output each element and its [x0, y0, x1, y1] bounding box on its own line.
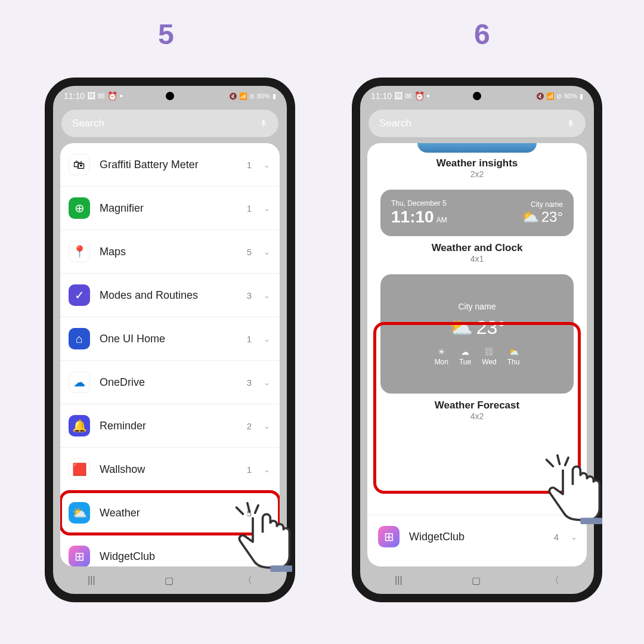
mic-icon[interactable] — [259, 119, 268, 128]
list-item-wallshow[interactable]: 🟥 Wallshow 1 ⌄ — [60, 448, 280, 491]
status-battery: 80% — [257, 92, 270, 100]
app-icon: ⌂ — [69, 328, 90, 349]
search-placeholder: Search — [379, 117, 411, 129]
svg-rect-7 — [580, 518, 602, 524]
list-item-modes[interactable]: ✓ Modes and Routines 3 ⌄ — [60, 274, 280, 317]
tap-cursor-icon — [537, 453, 602, 524]
widget-size-clock: 4x1 — [380, 254, 574, 264]
nav-home[interactable]: ▢ — [165, 575, 174, 586]
chevron-down-icon: ⌄ — [264, 160, 270, 169]
list-item-maps[interactable]: 📍 Maps 5 ⌄ — [60, 230, 280, 274]
nav-back[interactable]: 〈 — [243, 574, 252, 587]
app-icon: 🟥 — [69, 459, 90, 480]
list-item-graffiti[interactable]: 🛍 Graffiti Battery Meter 1 ⌄ — [60, 143, 280, 187]
app-icon-weather: ⛅ — [69, 502, 90, 524]
search-placeholder: Search — [72, 117, 104, 129]
mic-icon[interactable] — [566, 119, 575, 128]
status-time: 11:10 — [371, 91, 392, 101]
status-battery: 80% — [564, 92, 577, 100]
widget-insights-preview-crop[interactable] — [417, 143, 537, 153]
search-bar[interactable]: Search — [369, 110, 586, 137]
weather-icon: ⛅ — [521, 209, 539, 225]
weather-icon: ⛅ — [449, 316, 473, 339]
list-item-magnifier[interactable]: ⊕ Magnifier 1 ⌄ — [60, 187, 280, 230]
chevron-down-icon: ⌄ — [264, 465, 270, 474]
app-icon: ⊞ — [378, 526, 400, 547]
list-item-oneui[interactable]: ⌂ One UI Home 1 ⌄ — [60, 317, 280, 361]
widget-size-forecast: 4x2 — [380, 411, 574, 421]
forecast-city: City name — [458, 302, 496, 311]
svg-line-0 — [237, 507, 243, 514]
chevron-down-icon: ⌄ — [264, 378, 270, 387]
chevron-down-icon: ⌄ — [571, 532, 577, 541]
svg-line-1 — [247, 503, 250, 512]
status-icons-right: 🔇 📶 ⊘ 80%▮ — [536, 92, 583, 100]
step-number-5: 5 — [158, 18, 174, 51]
svg-line-5 — [558, 456, 560, 465]
app-icon: ⊞ — [69, 546, 90, 566]
camera-notch — [166, 92, 174, 100]
tap-cursor-icon — [227, 501, 292, 572]
svg-rect-3 — [270, 565, 292, 572]
status-time: 11:10 — [64, 91, 85, 101]
app-icon: ☁ — [69, 371, 90, 393]
widget-title-forecast: Weather Forecast — [380, 400, 574, 411]
chevron-down-icon: ⌄ — [264, 422, 270, 431]
widget-title-insights: Weather insights — [380, 157, 574, 169]
camera-notch — [473, 92, 481, 100]
chevron-down-icon: ⌄ — [264, 247, 270, 256]
navigation-bar: ||| ▢ 〈 — [360, 566, 594, 594]
status-icons-left: 🖼 ✉ ⏰ • — [394, 91, 430, 101]
chevron-down-icon: ⌄ — [264, 204, 270, 213]
status-icons-right: 🔇 📶 ⊘ 80%▮ — [229, 92, 276, 100]
search-bar[interactable]: Search — [61, 110, 278, 137]
app-icon: 🔔 — [69, 415, 90, 436]
nav-recents[interactable]: ||| — [88, 575, 95, 586]
app-icon: 🛍 — [69, 154, 90, 175]
widget-preview-forecast[interactable]: City name ⛅23° ☀Mon ☁Tue ⛆Wed ⛅Thu — [380, 274, 574, 394]
list-item-reminder[interactable]: 🔔 Reminder 2 ⌄ — [60, 404, 280, 448]
clock-city: City name — [521, 200, 563, 209]
widget-preview-clock[interactable]: Thu, December 5 11:10AM City name ⛅23° — [380, 190, 574, 236]
chevron-down-icon: ⌄ — [264, 291, 270, 300]
widget-size-insights: 2x2 — [380, 169, 574, 179]
chevron-down-icon: ⌄ — [264, 335, 270, 343]
nav-recents[interactable]: ||| — [395, 575, 402, 586]
svg-line-4 — [547, 460, 553, 466]
svg-line-2 — [255, 505, 258, 513]
clock-date: Thu, December 5 — [391, 199, 447, 208]
status-icons-left: 🖼 ✉ ⏰ • — [87, 91, 123, 101]
forecast-days: ☀Mon ☁Tue ⛆Wed ⛅Thu — [435, 347, 520, 366]
nav-home[interactable]: ▢ — [472, 575, 481, 586]
app-icon: ⊕ — [69, 197, 90, 219]
list-item-onedrive[interactable]: ☁ OneDrive 3 ⌄ — [60, 361, 280, 404]
svg-line-6 — [565, 457, 568, 465]
app-icon: ✓ — [69, 284, 90, 306]
nav-back[interactable]: 〈 — [550, 574, 559, 587]
app-icon: 📍 — [69, 241, 90, 262]
step-number-6: 6 — [474, 18, 490, 51]
widget-title-clock: Weather and Clock — [380, 242, 574, 254]
